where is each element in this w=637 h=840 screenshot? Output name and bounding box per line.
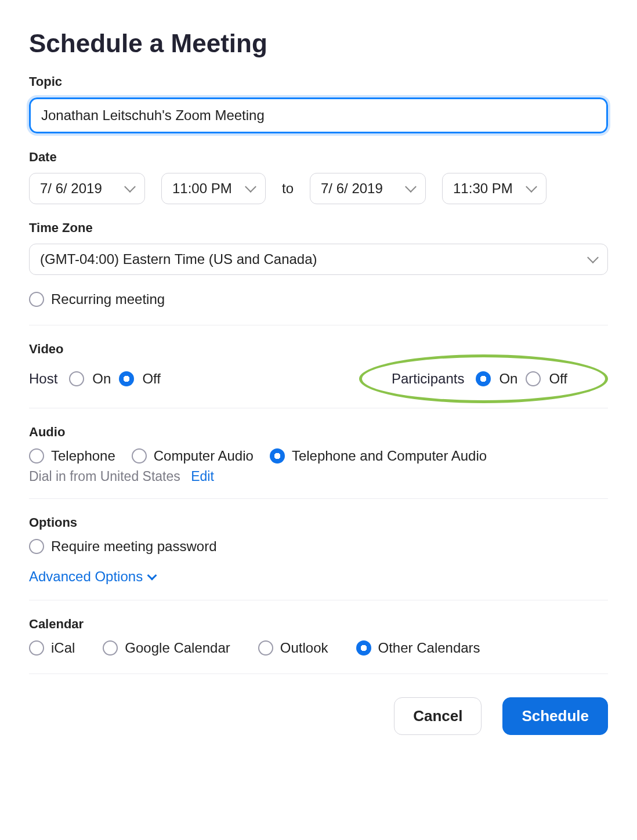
host-video-off-radio[interactable] [119, 371, 134, 386]
divider [29, 600, 608, 600]
participants-video-group: Participants On Off [377, 367, 585, 390]
chevron-down-icon [245, 181, 256, 193]
advanced-options-toggle[interactable]: Advanced Options [29, 569, 155, 585]
edit-dial-link[interactable]: Edit [191, 469, 214, 484]
to-label: to [282, 180, 294, 197]
dial-in-text: Dial in from United States [29, 469, 180, 484]
start-date-value: 7/ 6/ 2019 [40, 180, 102, 197]
calendar-other-label: Other Calendars [378, 640, 480, 656]
timezone-label: Time Zone [29, 220, 608, 236]
advanced-options-label: Advanced Options [29, 569, 143, 585]
divider [29, 325, 608, 325]
end-date-select[interactable]: 7/ 6/ 2019 [310, 173, 426, 204]
host-video-on-radio[interactable] [69, 371, 84, 386]
schedule-button[interactable]: Schedule [502, 697, 608, 735]
audio-both-label: Telephone and Computer Audio [292, 448, 487, 464]
calendar-other-radio[interactable] [356, 640, 371, 656]
calendar-outlook-label: Outlook [280, 640, 328, 656]
options-label: Options [29, 515, 608, 530]
footer: Cancel Schedule [29, 697, 608, 735]
audio-both-radio[interactable] [270, 448, 285, 464]
cancel-button[interactable]: Cancel [394, 697, 482, 735]
start-time-select[interactable]: 11:00 PM [161, 173, 266, 204]
video-row: Host On Off Participants On Off [29, 367, 608, 390]
participants-on-label: On [499, 371, 517, 387]
host-label: Host [29, 371, 57, 387]
require-password-label: Require meeting password [51, 538, 216, 555]
divider [29, 408, 608, 408]
audio-telephone-label: Telephone [51, 448, 115, 464]
end-time-select[interactable]: 11:30 PM [442, 173, 546, 204]
recurring-label: Recurring meeting [51, 291, 165, 307]
audio-telephone-radio[interactable] [29, 448, 44, 464]
end-time-value: 11:30 PM [453, 180, 513, 197]
host-off-label: Off [142, 371, 161, 387]
page-title: Schedule a Meeting [29, 29, 608, 58]
audio-computer-label: Computer Audio [154, 448, 254, 464]
divider [29, 674, 608, 674]
chevron-down-icon [405, 181, 417, 193]
timezone-value: (GMT-04:00) Eastern Time (US and Canada) [40, 251, 317, 267]
calendar-outlook-radio[interactable] [258, 640, 273, 656]
divider [29, 498, 608, 499]
calendar-row: iCal Google Calendar Outlook Other Calen… [29, 640, 608, 656]
chevron-down-icon [526, 181, 537, 193]
audio-computer-radio[interactable] [132, 448, 147, 464]
date-label: Date [29, 150, 608, 165]
require-password-checkbox[interactable] [29, 539, 44, 554]
dial-in-row: Dial in from United States Edit [29, 469, 608, 484]
host-on-label: On [92, 371, 111, 387]
chevron-down-icon [587, 252, 599, 263]
date-row: 7/ 6/ 2019 11:00 PM to 7/ 6/ 2019 11:30 … [29, 173, 608, 204]
chevron-down-icon [124, 181, 136, 193]
recurring-checkbox[interactable] [29, 292, 44, 307]
calendar-ical-radio[interactable] [29, 640, 44, 656]
chevron-down-icon [147, 571, 157, 581]
end-date-value: 7/ 6/ 2019 [321, 180, 383, 197]
participants-off-label: Off [549, 371, 567, 387]
topic-input[interactable] [33, 102, 604, 129]
start-time-value: 11:00 PM [172, 180, 232, 197]
timezone-select[interactable]: (GMT-04:00) Eastern Time (US and Canada) [29, 244, 608, 275]
host-video-group: Host On Off [29, 371, 161, 387]
topic-label: Topic [29, 74, 608, 89]
start-date-select[interactable]: 7/ 6/ 2019 [29, 173, 145, 204]
audio-row: Telephone Computer Audio Telephone and C… [29, 448, 608, 464]
participants-label: Participants [392, 371, 464, 387]
topic-input-wrapper [29, 97, 608, 133]
audio-label: Audio [29, 425, 608, 440]
calendar-google-radio[interactable] [103, 640, 118, 656]
calendar-ical-label: iCal [51, 640, 75, 656]
participants-video-on-radio[interactable] [476, 371, 491, 386]
calendar-google-label: Google Calendar [125, 640, 230, 656]
participants-video-off-radio[interactable] [526, 371, 541, 386]
calendar-label: Calendar [29, 617, 608, 632]
video-label: Video [29, 342, 608, 357]
